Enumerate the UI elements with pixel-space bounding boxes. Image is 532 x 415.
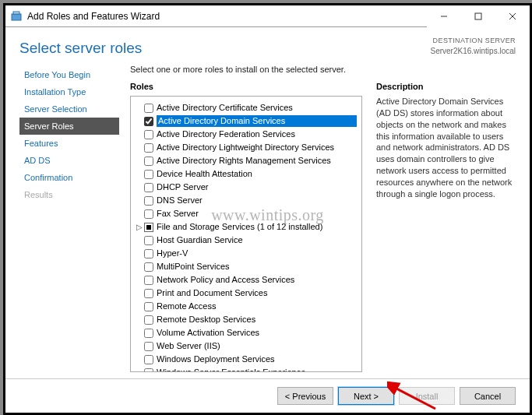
close-button[interactable] [495,5,530,27]
description-text: Active Directory Domain Services (AD DS)… [376,96,516,200]
role-label[interactable]: Remote Desktop Services [157,314,357,325]
minimize-button[interactable] [427,5,461,27]
role-label[interactable]: Active Directory Certificate Services [157,102,357,114]
role-row[interactable]: Windows Server Essentials Experience [134,366,358,372]
role-checkbox[interactable] [144,262,153,272]
previous-button[interactable]: < Previous [277,387,333,405]
role-label[interactable]: Windows Server Essentials Experience [157,367,357,372]
role-row[interactable]: Host Guardian Service [134,234,358,247]
role-label[interactable]: Active Directory Lightweight Directory S… [157,142,357,153]
role-row[interactable]: Active Directory Rights Management Servi… [134,154,358,167]
main-column: Select one or more roles to install on t… [119,62,516,372]
role-checkbox[interactable] [144,355,153,364]
role-checkbox[interactable] [144,183,153,192]
role-checkbox[interactable] [144,368,153,373]
role-label[interactable]: Host Guardian Service [157,234,357,246]
roles-list[interactable]: Active Directory Certificate ServicesAct… [130,96,362,372]
role-row[interactable]: Hyper-V [134,247,358,260]
step-before-you-begin[interactable]: Before You Begin [19,66,119,83]
role-checkbox[interactable] [144,289,153,298]
role-checkbox[interactable] [144,236,153,245]
role-row[interactable]: MultiPoint Services [134,260,358,273]
role-label[interactable]: Print and Document Services [157,287,357,299]
roles-panel: Roles Active Directory Certificate Servi… [130,82,362,372]
step-results: Results [19,186,119,203]
role-label[interactable]: Web Server (IIS) [157,340,357,352]
install-button[interactable]: Install [399,387,455,405]
footer: < Previous Next > Install Cancel [5,378,530,413]
role-row[interactable]: Active Directory Domain Services [134,114,358,128]
roles-heading: Roles [130,82,362,91]
next-button[interactable]: Next > [338,387,394,405]
role-checkbox[interactable] [144,249,153,258]
role-row[interactable]: Device Health Attestation [134,167,358,181]
role-row[interactable]: DNS Server [134,194,358,207]
instruction-text: Select one or more roles to install on t… [130,65,516,74]
role-row[interactable]: Windows Deployment Services [134,353,358,366]
role-row[interactable]: Web Server (IIS) [134,339,358,353]
cancel-button[interactable]: Cancel [460,387,516,405]
role-row[interactable]: Active Directory Lightweight Directory S… [134,141,358,154]
role-row[interactable]: Fax Server [134,207,358,220]
role-checkbox[interactable] [144,170,153,179]
stepper: Before You BeginInstallation TypeServer … [19,62,119,372]
role-label[interactable]: Network Policy and Access Services [157,274,357,286]
role-checkbox[interactable] [144,329,153,338]
description-heading: Description [376,82,516,91]
description-panel: Description Active Directory Domain Serv… [362,82,516,372]
role-label[interactable]: MultiPoint Services [157,261,357,273]
step-server-roles[interactable]: Server Roles [19,118,119,135]
destination-block: DESTINATION SERVER Server2K16.wintips.lo… [431,37,516,56]
role-checkbox[interactable] [144,196,153,206]
role-label[interactable]: DHCP Server [157,181,357,193]
svg-rect-1 [13,12,19,14]
role-checkbox[interactable] [144,104,153,113]
role-row[interactable]: Volume Activation Services [134,326,358,339]
page-title: Select server roles [19,40,142,57]
role-row[interactable]: ▷File and Storage Services (1 of 12 inst… [134,220,358,234]
step-confirmation[interactable]: Confirmation [19,169,119,186]
maximize-button[interactable] [461,5,495,27]
svg-rect-3 [475,13,481,19]
role-label[interactable]: Active Directory Rights Management Servi… [157,155,357,167]
destination-server: Server2K16.wintips.local [431,46,516,56]
role-row[interactable]: Active Directory Federation Services [134,128,358,141]
role-label[interactable]: DNS Server [157,195,357,206]
role-label[interactable]: Device Health Attestation [157,168,357,180]
role-label[interactable]: Volume Activation Services [157,327,357,339]
title-bar: Add Roles and Features Wizard [5,5,530,27]
role-row[interactable]: DHCP Server [134,181,358,194]
role-label[interactable]: Windows Deployment Services [157,353,357,365]
step-features[interactable]: Features [19,135,119,152]
role-label[interactable]: Active Directory Federation Services [157,128,357,140]
role-checkbox[interactable] [144,143,153,153]
role-checkbox[interactable] [144,315,153,325]
svg-rect-0 [12,14,21,20]
step-ad-ds[interactable]: AD DS [19,152,119,169]
role-checkbox[interactable] [144,276,153,285]
role-checkbox[interactable] [144,302,153,311]
window-title: Add Roles and Features Wizard [27,11,160,22]
role-label[interactable]: Hyper-V [157,248,357,259]
role-row[interactable]: Active Directory Certificate Services [134,101,358,114]
app-icon [10,10,23,23]
step-server-selection[interactable]: Server Selection [19,100,119,118]
role-row[interactable]: Remote Access [134,300,358,313]
role-row[interactable]: Network Policy and Access Services [134,273,358,287]
role-label[interactable]: File and Storage Services (1 of 12 insta… [157,221,357,233]
role-checkbox[interactable] [144,130,153,139]
destination-label: DESTINATION SERVER [431,37,516,46]
role-checkbox[interactable] [144,342,153,351]
role-checkbox[interactable] [144,117,153,126]
role-checkbox[interactable] [144,157,153,166]
role-label[interactable]: Fax Server [157,208,357,220]
role-label[interactable]: Remote Access [157,301,357,312]
role-row[interactable]: Remote Desktop Services [134,313,358,326]
expander-icon[interactable]: ▷ [136,221,143,233]
step-installation-type[interactable]: Installation Type [19,83,119,100]
header: Select server roles DESTINATION SERVER S… [5,27,530,62]
role-checkbox[interactable] [144,223,153,232]
role-label[interactable]: Active Directory Domain Services [157,115,357,127]
role-row[interactable]: Print and Document Services [134,287,358,300]
role-checkbox[interactable] [144,209,153,219]
